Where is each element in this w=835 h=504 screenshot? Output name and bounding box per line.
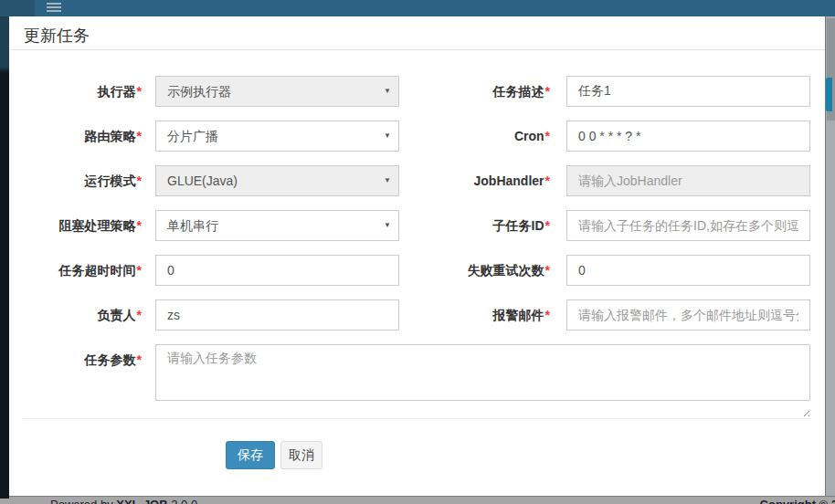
job-param-label: 任务参数* <box>23 344 142 375</box>
form-row: 负责人* 报警邮件* <box>9 299 825 331</box>
timeout-label: 任务超时时间* <box>23 255 142 286</box>
powered-by-text: Powered by XXL-JOB 2.0.0 <box>50 498 197 504</box>
alarm-email-label: 报警邮件* <box>431 299 550 331</box>
author-input[interactable] <box>155 299 399 331</box>
route-strategy-label: 路由策略* <box>23 121 142 152</box>
copyright-text: Copyright © 2 <box>760 498 835 504</box>
brand-name: XXL-JOB <box>116 498 167 504</box>
resize-handle-icon[interactable] <box>800 407 809 416</box>
child-jobid-input[interactable] <box>566 210 810 241</box>
form-row: 执行器* 示例执行器 ▼ 任务描述* <box>9 76 825 107</box>
author-label: 负责人* <box>23 299 142 331</box>
job-desc-input[interactable] <box>566 76 810 107</box>
chevron-down-icon: ▼ <box>384 166 391 195</box>
block-strategy-select[interactable]: 单机串行 ▼ <box>155 210 399 241</box>
form-row: 阻塞处理策略* 单机串行 ▼ 子任务ID* <box>9 210 825 241</box>
hamburger-menu-icon[interactable] <box>47 3 61 14</box>
backdrop-left-cap <box>0 496 9 499</box>
child-jobid-label: 子任务ID* <box>431 210 550 241</box>
job-handler-label: JobHandler* <box>431 165 550 196</box>
cancel-button[interactable]: 取消 <box>280 441 322 469</box>
background-button-edge <box>826 78 832 111</box>
executor-select[interactable]: 示例执行器 ▼ <box>155 76 399 107</box>
form-row: 路由策略* 分片广播 ▼ Cron* <box>9 121 825 152</box>
backdrop-left-strip <box>0 16 9 498</box>
chevron-down-icon: ▼ <box>384 121 391 151</box>
job-handler-input[interactable] <box>566 165 810 196</box>
cron-input[interactable] <box>566 121 810 152</box>
modal-title: 更新任务 <box>24 25 90 47</box>
glue-type-select[interactable]: GLUE(Java) ▼ <box>155 165 399 196</box>
modal-header: 更新任务 <box>9 16 825 50</box>
block-strategy-label: 阻塞处理策略* <box>23 210 142 241</box>
fail-retry-input[interactable] <box>566 255 810 286</box>
executor-label: 执行器* <box>23 76 142 107</box>
chevron-down-icon: ▼ <box>384 211 391 240</box>
top-navbar <box>0 0 835 16</box>
alarm-email-input[interactable] <box>566 299 810 331</box>
form-row: 任务超时时间* 失败重试次数* <box>9 255 825 286</box>
glue-type-label: 运行模式* <box>23 165 142 196</box>
route-strategy-select[interactable]: 分片广播 ▼ <box>155 121 399 152</box>
navbar-logo-area <box>0 0 35 16</box>
fail-retry-label: 失败重试次数* <box>431 255 550 286</box>
divider <box>23 418 811 419</box>
update-job-modal: 更新任务 执行器* 示例执行器 ▼ 任务描述* 路由策略* 分片广播 ▼ Cro… <box>9 16 825 495</box>
job-desc-label: 任务描述* <box>431 76 550 107</box>
screen: 更新任务 执行器* 示例执行器 ▼ 任务描述* 路由策略* 分片广播 ▼ Cro… <box>0 0 835 504</box>
timeout-input[interactable] <box>155 255 399 286</box>
job-param-textarea[interactable] <box>155 344 810 401</box>
form-row: 运行模式* GLUE(Java) ▼ JobHandler* <box>9 165 825 196</box>
cron-label: Cron* <box>431 121 550 152</box>
chevron-down-icon: ▼ <box>384 77 391 106</box>
save-button[interactable]: 保存 <box>226 441 275 469</box>
page-footer: Powered by XXL-JOB 2.0.0 Copyright © 2 <box>0 496 835 504</box>
form-row: 任务参数* <box>9 344 825 401</box>
